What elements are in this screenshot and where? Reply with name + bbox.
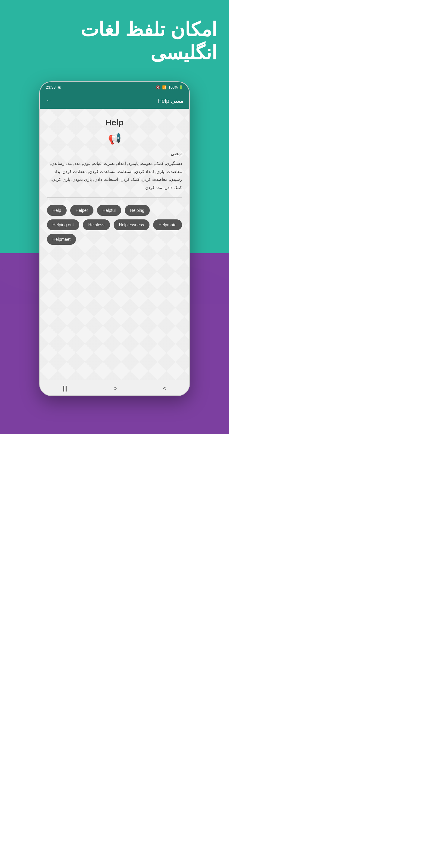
recent-apps-button[interactable]: ||| bbox=[63, 385, 67, 392]
back-nav-button[interactable]: < bbox=[163, 385, 166, 392]
status-bar: 23:33 ◉ 🔇 📶 100% 🔋 bbox=[40, 82, 189, 93]
status-bar-left: 23:33 ◉ bbox=[46, 85, 61, 90]
status-bar-right: 🔇 📶 100% 🔋 bbox=[156, 85, 183, 90]
phone-screen: 23:33 ◉ 🔇 📶 100% 🔋 ← معنی Help Help 📢 :م… bbox=[39, 82, 190, 396]
divider bbox=[47, 197, 182, 198]
related-word-tag[interactable]: Helpful bbox=[97, 205, 121, 216]
app-bar-title: معنی Help bbox=[57, 97, 183, 104]
bottom-navigation: ||| ○ < bbox=[40, 380, 189, 396]
page-title: امکان تلفظ لغات انگلیسی bbox=[12, 18, 217, 64]
battery-display: 100% 🔋 bbox=[168, 85, 183, 90]
meaning-text: دستگیری, کمک, معونت, پایمرد, امداد, نصرت… bbox=[47, 159, 182, 191]
related-word-tag[interactable]: Help bbox=[47, 205, 67, 216]
related-word-tag[interactable]: Helpless bbox=[83, 219, 110, 230]
related-word-tag[interactable]: Helping bbox=[125, 205, 150, 216]
sim-icon: ◉ bbox=[58, 85, 61, 90]
related-word-tag[interactable]: Helpmeet bbox=[47, 234, 76, 245]
time-display: 23:33 bbox=[46, 85, 56, 90]
content-area: Help 📢 :معنی دستگیری, کمک, معونت, پایمرد… bbox=[40, 109, 189, 380]
related-words-container: HelpHelperHelpfulHelpingHelping outHelpl… bbox=[47, 205, 182, 245]
wifi-icon: 📶 bbox=[162, 85, 167, 90]
home-button[interactable]: ○ bbox=[113, 385, 117, 392]
related-word-tag[interactable]: Helplessness bbox=[114, 219, 150, 230]
meaning-label: :معنی bbox=[47, 151, 182, 156]
app-bar: ← معنی Help bbox=[40, 93, 189, 109]
related-word-tag[interactable]: Helpmate bbox=[153, 219, 182, 230]
mute-icon: 🔇 bbox=[156, 85, 160, 90]
speaker-icon[interactable]: 📢 bbox=[47, 132, 182, 145]
phone-mockup: 23:33 ◉ 🔇 📶 100% 🔋 ← معنی Help Help 📢 :م… bbox=[39, 82, 190, 396]
word-heading: Help bbox=[47, 118, 182, 127]
back-button[interactable]: ← bbox=[46, 97, 53, 104]
related-word-tag[interactable]: Helper bbox=[70, 205, 93, 216]
related-word-tag[interactable]: Helping out bbox=[47, 219, 79, 230]
